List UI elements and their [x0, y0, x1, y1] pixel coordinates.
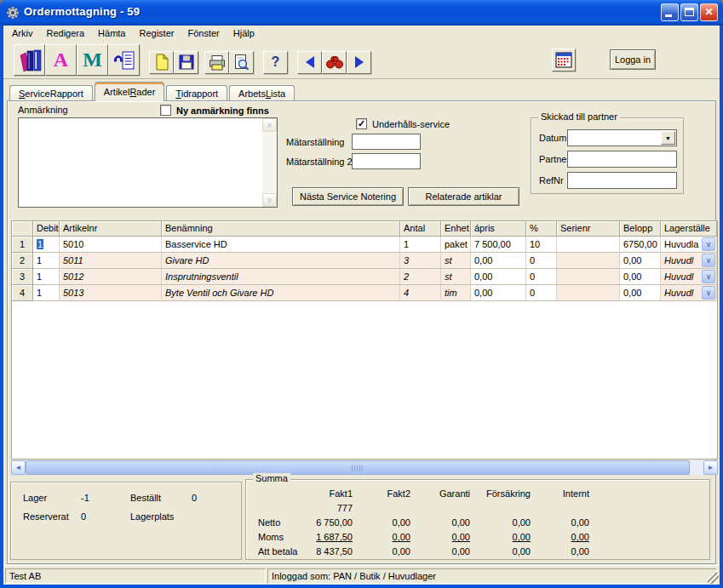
cell-antal[interactable]: 1	[400, 237, 441, 253]
lagerstalle-dropdown-icon[interactable]: ∨	[702, 270, 715, 283]
new-remark-checkbox[interactable]	[160, 105, 171, 116]
scroll-right-icon[interactable]: ►	[703, 460, 718, 475]
cell-apris[interactable]: 0,00	[471, 285, 526, 301]
row-selector[interactable]: 4	[12, 285, 33, 301]
help-icon: ?	[272, 54, 280, 70]
tab-tidrapport[interactable]: Tidrapport	[166, 85, 227, 101]
maintenance-service-checkbox[interactable]: ✓	[356, 118, 367, 129]
previous-button[interactable]	[297, 51, 322, 74]
cell-artikelnr[interactable]: 5010	[60, 237, 162, 253]
cell-lagerstalle[interactable]: Huvudl∨	[661, 269, 717, 285]
orders-button[interactable]	[14, 44, 45, 76]
sent-to-partner-group: Skickad till partner Datum ▼ Partner Ref…	[531, 117, 684, 194]
save-button[interactable]	[174, 51, 198, 74]
cell-percent[interactable]: 0	[526, 253, 557, 269]
cell-percent[interactable]: 10	[526, 237, 557, 253]
cell-debit[interactable]: 1	[33, 253, 60, 269]
menu-register[interactable]: Register	[133, 26, 181, 41]
cell-debit[interactable]: 1	[33, 285, 60, 301]
refnr-input[interactable]	[567, 172, 677, 189]
cell-percent[interactable]: 0	[526, 285, 557, 301]
preview-button[interactable]	[229, 51, 254, 74]
cell-enhet[interactable]: st	[441, 253, 471, 269]
next-service-note-button[interactable]: Nästa Service Notering	[292, 187, 404, 206]
calendar-button[interactable]	[552, 49, 576, 71]
cell-percent[interactable]: 0	[526, 269, 557, 285]
search-button[interactable]	[322, 51, 347, 74]
moms-fakt1: 1 687,50	[306, 530, 353, 545]
cell-serienr[interactable]	[557, 269, 620, 285]
cell-benamning[interactable]: Byte Ventil och Givare HD	[162, 285, 400, 301]
tab-servicerapport[interactable]: ServiceRapport	[9, 85, 93, 101]
datum-label: Datum	[539, 133, 566, 143]
cell-benamning[interactable]: Basservice HD	[162, 237, 400, 253]
minimize-button[interactable]	[661, 3, 679, 21]
login-button[interactable]: Logga in	[610, 49, 656, 70]
menu-redigera[interactable]: Redigera	[39, 26, 91, 41]
remark-textarea[interactable]: ∧ ∨	[18, 117, 278, 208]
cell-lagerstalle[interactable]: Huvudla∨	[661, 237, 717, 253]
phone-directory-icon	[112, 49, 136, 71]
maximize-button[interactable]	[680, 3, 698, 21]
row-selector[interactable]: 3	[12, 269, 33, 285]
horizontal-scrollbar[interactable]: ◄ ►	[11, 460, 718, 475]
cell-artikelnr[interactable]: 5011	[60, 253, 162, 269]
tab-arbetslista[interactable]: ArbetsLista	[229, 85, 295, 101]
partner-input[interactable]	[567, 151, 677, 168]
scroll-up-icon[interactable]: ∧	[262, 118, 277, 132]
cell-benamning[interactable]: Insprutningsventil	[162, 269, 400, 285]
scroll-down-icon[interactable]: ∨	[262, 193, 277, 207]
datum-dropdown-icon[interactable]: ▼	[661, 131, 675, 145]
cell-antal[interactable]: 3	[400, 253, 441, 269]
cell-benamning[interactable]: Givare HD	[162, 253, 400, 269]
close-button[interactable]: ✕	[700, 3, 718, 21]
cell-serienr[interactable]	[557, 253, 620, 269]
lager-value: -1	[81, 493, 130, 503]
machines-button[interactable]: M	[77, 44, 108, 76]
cell-enhet[interactable]: tim	[441, 285, 471, 301]
cell-debit[interactable]: 1	[33, 269, 60, 285]
cell-antal[interactable]: 2	[400, 269, 441, 285]
scroll-left-icon[interactable]: ◄	[11, 460, 26, 475]
cell-artikelnr[interactable]: 5012	[60, 269, 162, 285]
cell-antal[interactable]: 4	[400, 285, 441, 301]
datum-combobox[interactable]: ▼	[567, 129, 677, 146]
menu-arkiv[interactable]: Arkiv	[5, 26, 39, 41]
lagerstalle-dropdown-icon[interactable]: ∨	[702, 237, 715, 251]
meter-input[interactable]	[352, 134, 421, 150]
new-button[interactable]	[149, 51, 174, 74]
help-button[interactable]: ?	[263, 51, 288, 74]
menu-hamta[interactable]: Hämta	[91, 26, 132, 41]
cell-lagerstalle[interactable]: Huvudl∨	[661, 253, 717, 269]
cell-debit[interactable]: 1	[33, 237, 60, 253]
cell-belopp[interactable]: 0,00	[620, 269, 661, 285]
related-articles-button[interactable]: Relaterade artiklar	[408, 187, 519, 206]
tab-artikelrader[interactable]: ArtikelRader	[95, 82, 165, 101]
lagerstalle-dropdown-icon[interactable]: ∨	[702, 286, 715, 300]
scrollbar-thumb[interactable]	[26, 460, 690, 475]
resize-grip[interactable]	[708, 573, 719, 584]
cell-belopp[interactable]: 0,00	[620, 253, 661, 269]
cell-serienr[interactable]	[557, 285, 620, 301]
cell-enhet[interactable]: st	[441, 269, 471, 285]
lagerstalle-dropdown-icon[interactable]: ∨	[702, 254, 715, 267]
cell-lagerstalle[interactable]: Huvudl∨	[661, 285, 717, 301]
row-selector[interactable]: 2	[12, 253, 33, 269]
menu-hjalp[interactable]: Hjälp	[227, 26, 261, 41]
print-button[interactable]	[204, 51, 229, 74]
cell-artikelnr[interactable]: 5013	[60, 285, 162, 301]
cell-belopp[interactable]: 0,00	[620, 285, 661, 301]
cell-enhet[interactable]: paket	[441, 237, 471, 253]
articles-button[interactable]: A	[45, 44, 77, 76]
cell-apris[interactable]: 0,00	[471, 269, 526, 285]
menu-fonster[interactable]: Fönster	[181, 26, 226, 41]
row-selector[interactable]: 1	[12, 237, 33, 253]
cell-serienr[interactable]	[557, 237, 620, 253]
remark-scrollbar[interactable]: ∧ ∨	[262, 118, 277, 207]
next-button[interactable]	[347, 51, 371, 74]
meter2-input[interactable]	[352, 153, 421, 169]
phone-directory-button[interactable]	[108, 44, 140, 76]
cell-belopp[interactable]: 6750,00	[620, 237, 661, 253]
cell-apris[interactable]: 7 500,00	[471, 237, 526, 253]
cell-apris[interactable]: 0,00	[471, 253, 526, 269]
